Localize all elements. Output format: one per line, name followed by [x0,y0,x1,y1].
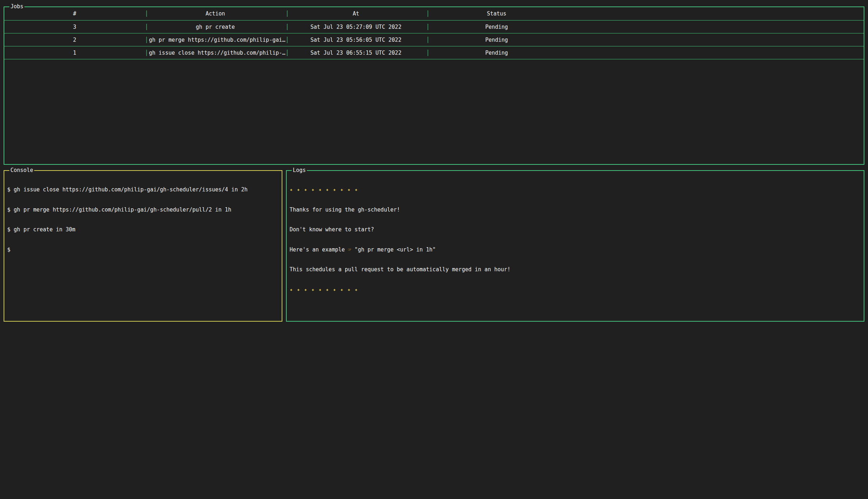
jobs-table: # │ Action │ At │ Status 3 [4,7,864,59]
pointing-right-icon: ☞ [348,246,351,253]
row-filler [567,46,864,59]
logs-example-text-after: "gh pr merge <url> in 1h" [351,246,436,253]
job-status-cell: │ Pending [426,21,567,33]
logs-line: Don't know where to start? [290,226,861,233]
column-separator-icon: │ [145,46,148,59]
logs-output-area: ✦ ✦ ✦ ✦ ✦ ✦ ✦ ✦ ✦ ✦ Thanks for using the… [287,171,864,308]
logs-example-line: Here's an example ☞ "gh pr merge <url> i… [290,246,861,253]
job-number: 3 [4,24,145,30]
job-status: Pending [426,50,567,56]
logs-line: This schedules a pull request to be auto… [290,266,861,273]
job-status-cell: │ Pending [426,33,567,46]
column-separator-icon: │ [145,21,148,33]
job-at-cell: │ Sat Jul 23 05:56:05 UTC 2022 [286,33,426,46]
job-action-cell: │ gh pr merge https://github.com/philip-… [145,33,286,46]
table-row: 1 │ gh issue close https://github.com/ph… [4,46,864,59]
sparkles-row-icon: ✦ ✦ ✦ ✦ ✦ ✦ ✦ ✦ ✦ ✦ [290,286,861,293]
job-number: 2 [4,37,145,43]
column-separator-icon: │ [286,21,289,33]
column-separator-icon: │ [145,7,148,20]
column-separator-icon: │ [426,33,430,46]
row-filler [567,33,864,46]
job-action: gh pr merge https://github.com/philip-ga… [145,37,286,43]
console-input-area[interactable]: $ gh issue close https://github.com/phil… [4,171,282,268]
console-line: $ gh pr merge https://github.com/philip-… [7,207,279,213]
column-separator-icon: │ [286,33,289,46]
row-filler [567,21,864,33]
job-at-cell: │ Sat Jul 23 05:27:09 UTC 2022 [286,21,426,33]
column-separator-icon: │ [426,21,430,33]
job-action: gh pr create [145,24,286,30]
column-separator-icon: │ [286,46,289,59]
column-separator-icon: │ [286,7,289,20]
logs-panel: Logs ✦ ✦ ✦ ✦ ✦ ✦ ✦ ✦ ✦ ✦ Thanks for usin… [286,170,864,322]
console-prompt[interactable]: $ [7,246,279,253]
column-separator-icon: │ [426,46,430,59]
jobs-panel: Jobs # │ Action │ At │ Status [4,6,864,165]
job-at-cell: │ Sat Jul 23 06:55:15 UTC 2022 [286,46,426,59]
job-action: gh issue close https://github.com/philip… [145,50,286,56]
job-number-cell: 2 [4,33,145,46]
job-at: Sat Jul 23 06:55:15 UTC 2022 [286,50,426,56]
job-status: Pending [426,37,567,43]
job-action-cell: │ gh issue close https://github.com/phil… [145,46,286,59]
column-header-action: │ Action [145,7,286,20]
console-line: $ gh issue close https://github.com/phil… [7,186,279,193]
job-number-cell: 3 [4,21,145,33]
job-at: Sat Jul 23 05:27:09 UTC 2022 [286,24,426,30]
job-at: Sat Jul 23 05:56:05 UTC 2022 [286,37,426,43]
column-separator-icon: │ [426,7,430,20]
job-action-cell: │ gh pr create [145,21,286,33]
column-header-number: # [4,7,145,20]
column-separator-icon: │ [145,33,148,46]
sparkles-row-icon: ✦ ✦ ✦ ✦ ✦ ✦ ✦ ✦ ✦ ✦ [290,186,861,193]
console-panel[interactable]: Console $ gh issue close https://github.… [4,170,282,322]
logs-line: Thanks for using the gh-scheduler! [290,207,861,213]
job-number-cell: 1 [4,46,145,59]
job-status: Pending [426,24,567,30]
job-status-cell: │ Pending [426,46,567,59]
job-number: 1 [4,50,145,56]
console-panel-title: Console [9,167,34,173]
jobs-table-header: # │ Action │ At │ Status [4,7,864,21]
logs-panel-title: Logs [292,167,307,173]
logs-example-text-before: Here's an example [290,246,348,253]
column-header-status: │ Status [426,7,567,20]
header-filler [567,7,864,20]
column-header-at: │ At [286,7,426,20]
table-row: 3 │ gh pr create │ Sat Jul 23 05:27:09 U… [4,21,864,33]
console-line: $ gh pr create in 30m [7,226,279,233]
table-row: 2 │ gh pr merge https://github.com/phili… [4,33,864,46]
